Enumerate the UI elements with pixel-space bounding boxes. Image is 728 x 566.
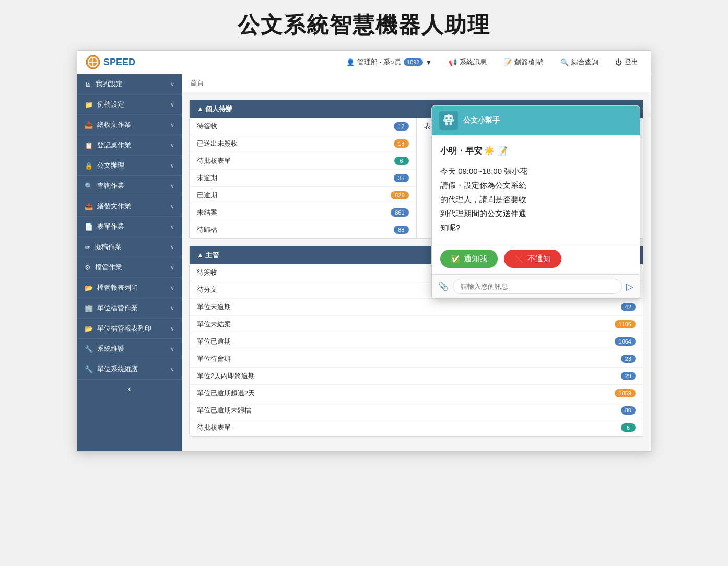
- sup-stat-unit-not-expired[interactable]: 單位未逾期 42: [190, 299, 643, 316]
- svg-point-6: [450, 117, 452, 119]
- nav-search[interactable]: 🔍 綜合查詢: [556, 55, 603, 69]
- chat-input[interactable]: [453, 279, 622, 294]
- sidebar: 🖥 我的設定 ∨ 📁 例稿設定 ∨ 📥 繕收文作業 ∨: [77, 74, 182, 451]
- sidebar-item-form[interactable]: 📄 表單作業 ∨: [77, 217, 182, 237]
- nav-logout[interactable]: ⏻ 登出: [611, 55, 642, 69]
- main-layout: 🖥 我的設定 ∨ 📁 例稿設定 ∨ 📥 繕收文作業 ∨: [77, 74, 651, 451]
- sidebar-item-sys-maintain[interactable]: 🔧 系統維護 ∨: [77, 339, 182, 359]
- search-icon: 🔍: [85, 182, 93, 190]
- chevron-icon: ∨: [170, 325, 174, 332]
- stat-row-pending-form[interactable]: 待批核表單 6: [190, 152, 416, 170]
- stat-row-pending-archive[interactable]: 待歸檔 88: [190, 221, 416, 238]
- sidebar-item-register[interactable]: 📋 登記桌作業 ∨: [77, 135, 182, 156]
- sidebar-collapse-button[interactable]: ‹: [77, 380, 182, 398]
- lock-icon: 🔒: [85, 162, 93, 170]
- page-title: 公文系統智慧機器人助理: [238, 10, 490, 40]
- monitor-icon: 🖥: [85, 80, 91, 88]
- folder-open-icon: 📂: [85, 284, 93, 292]
- chevron-icon: ∨: [170, 122, 174, 128]
- sup-stat-unit-open[interactable]: 單位未結案 1106: [190, 316, 643, 333]
- chat-header: 公文小幫手: [432, 106, 640, 135]
- sidebar-item-official[interactable]: 🔒 公文辦理 ∨: [77, 156, 182, 176]
- nav-user[interactable]: 👤 管理部 - 系○員 1092 ▼: [342, 55, 437, 69]
- sup-stat-unit-meeting[interactable]: 單位待會辦 23: [190, 350, 643, 368]
- sidebar-item-archive-report[interactable]: 📂 檔管報表列印 ∨: [77, 278, 182, 298]
- user-icon: 👤: [346, 58, 355, 66]
- sidebar-item-send[interactable]: 📤 繕發文作業 ∨: [77, 196, 182, 217]
- chevron-icon: ∨: [170, 162, 174, 169]
- sidebar-item-unit-archive-report[interactable]: 📂 單位檔管報表列印 ∨: [77, 319, 182, 339]
- nav-news[interactable]: 📢 系統訊息: [444, 55, 491, 69]
- svg-rect-9: [443, 119, 444, 122]
- clipboard-icon: 📋: [85, 142, 93, 149]
- sidebar-item-unit-sys-maintain[interactable]: 🔧 單位系統維護 ∨: [77, 359, 182, 380]
- svg-rect-11: [445, 122, 448, 125]
- chat-input-bar: 📎 ▷: [432, 274, 640, 298]
- chevron-down-icon: ▼: [426, 58, 432, 66]
- sidebar-item-example-settings[interactable]: 📁 例稿設定 ∨: [77, 95, 182, 115]
- nav-create[interactable]: 📝 創簽/創稿: [499, 55, 548, 69]
- attach-icon[interactable]: 📎: [438, 281, 449, 291]
- chevron-icon: ∨: [170, 101, 174, 108]
- robot-icon: [441, 113, 456, 128]
- chat-overlay: 公文小幫手 小明・早安 ☀️ 📝 今天 09:00~18:00 張小花 請假・設…: [431, 105, 640, 299]
- cross-icon: ❌: [514, 254, 524, 264]
- svg-rect-12: [450, 122, 452, 125]
- sup-stat-unit-over2day[interactable]: 單位已逾期超過2天 1059: [190, 385, 643, 402]
- chevron-icon: ∨: [170, 285, 174, 291]
- user-badge: 1092: [404, 58, 422, 66]
- sidebar-item-query[interactable]: 🔍 查詢作業 ∨: [77, 176, 182, 196]
- stat-row-open[interactable]: 未結案 861: [190, 204, 416, 221]
- check-icon: ✅: [451, 254, 461, 264]
- wrench-icon: 🔧: [85, 345, 93, 353]
- chevron-icon: ∨: [170, 264, 174, 271]
- svg-point-5: [445, 117, 448, 119]
- send-button[interactable]: ▷: [626, 281, 633, 292]
- chevron-icon: ∨: [170, 346, 174, 352]
- chevron-icon: ∨: [170, 244, 174, 251]
- app-wrapper: SPEED 👤 管理部 - 系○員 1092 ▼ 📢 系統訊息 📝 創簽/創稿 …: [77, 50, 651, 452]
- bell-icon: 📢: [449, 58, 457, 66]
- search-icon: 🔍: [560, 58, 569, 66]
- breadcrumb: 首頁: [182, 74, 651, 92]
- sup-stat-unit-2day-expire[interactable]: 單位2天內即將逾期 29: [190, 368, 643, 385]
- sup-stat-unit-unarchived[interactable]: 單位已逾期未歸檔 80: [190, 402, 643, 419]
- sidebar-item-receive[interactable]: 📥 繕收文作業 ∨: [77, 115, 182, 135]
- inbox-icon: 📥: [85, 121, 93, 129]
- sup-stat-unit-form-pending[interactable]: 待批核表單 6: [190, 419, 643, 436]
- chevron-icon: ∨: [170, 223, 174, 230]
- logo-icon: [86, 55, 100, 69]
- sidebar-item-draft[interactable]: ✏ 擬稿作業 ∨: [77, 237, 182, 257]
- chat-greeting: 小明・早安 ☀️ 📝: [440, 144, 631, 158]
- gear-icon: ⚙: [85, 264, 91, 272]
- svg-rect-7: [447, 120, 451, 121]
- power-icon: ⏻: [615, 58, 622, 66]
- chevron-icon: ∨: [170, 183, 174, 190]
- stat-row-expired[interactable]: 已逾期 828: [190, 187, 416, 204]
- chat-actions: ✅ 通知我 ❌ 不通知: [432, 243, 640, 274]
- sidebar-item-my-settings[interactable]: 🖥 我的設定 ∨: [77, 74, 182, 95]
- pencil-icon: ✏: [85, 243, 90, 251]
- chevron-icon: ∨: [170, 305, 174, 312]
- chat-body: 小明・早安 ☀️ 📝 今天 09:00~18:00 張小花 請假・設定你為公文系…: [432, 135, 640, 243]
- content-area: 首頁 ▲ 個人待辦 ∧ 待簽收 12: [182, 74, 651, 451]
- edit-icon: 📝: [503, 58, 512, 66]
- svg-rect-10: [453, 119, 454, 122]
- chat-title: 公文小幫手: [463, 116, 500, 125]
- btn-reject[interactable]: ❌ 不通知: [504, 250, 561, 268]
- building-icon: 🏢: [85, 304, 93, 312]
- btn-confirm[interactable]: ✅ 通知我: [440, 250, 498, 268]
- chat-message: 今天 09:00~18:00 張小花 請假・設定你為公文系統 的代理人，請問是否…: [440, 164, 631, 234]
- chat-avatar: [439, 111, 458, 130]
- chevron-icon: ∨: [170, 81, 174, 88]
- send-icon: 📤: [85, 203, 93, 210]
- sidebar-item-unit-archive[interactable]: 🏢 單位檔管作業 ∨: [77, 298, 182, 319]
- folder-icon: 📁: [85, 101, 93, 109]
- sup-stat-unit-expired[interactable]: 單位已逾期 1064: [190, 333, 643, 350]
- top-nav: SPEED 👤 管理部 - 系○員 1092 ▼ 📢 系統訊息 📝 創簽/創稿 …: [77, 51, 651, 74]
- stat-row-not-expired[interactable]: 未逾期 35: [190, 170, 416, 187]
- stat-row-pending-sign[interactable]: 待簽收 12: [190, 118, 416, 135]
- personal-stats-left: 待簽收 12 已送出未簽收 18 待批核表單 6: [190, 118, 417, 238]
- sidebar-item-archive[interactable]: ⚙ 檔管作業 ∨: [77, 257, 182, 278]
- stat-row-sent-unsigned[interactable]: 已送出未簽收 18: [190, 135, 416, 152]
